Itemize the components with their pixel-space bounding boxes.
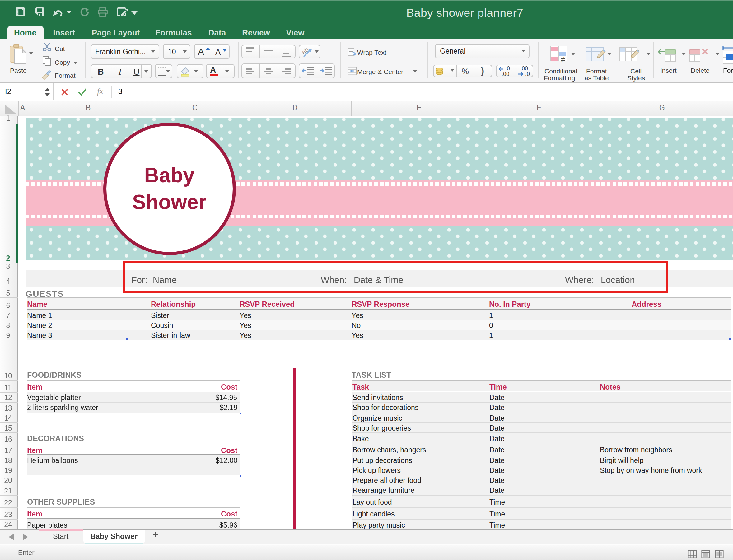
svg-text:≠: ≠ <box>561 54 565 64</box>
